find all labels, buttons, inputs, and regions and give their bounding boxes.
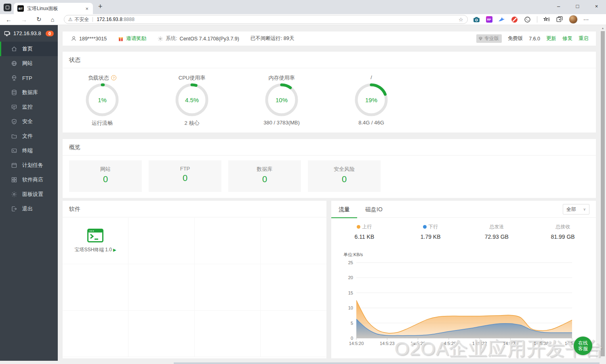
- security-label[interactable]: 不安全: [74, 16, 89, 23]
- browser-toolbar: ← → ↻ ⌂ ⚠ 不安全 172.16.93.8 :8888 ☆ RP ⋯: [0, 14, 606, 25]
- sidebar-item-label: FTP: [22, 75, 32, 81]
- cookie-extension-icon[interactable]: [524, 16, 531, 23]
- status-card: 状态 负载状态? 1% 运行流畅 CPU使用率 4.5% 2 核心 内存使用率 …: [63, 52, 596, 133]
- vertical-scrollbar[interactable]: ▴: [600, 25, 606, 364]
- software-title: 软件: [63, 201, 326, 217]
- forward-icon: →: [21, 16, 27, 23]
- legend-dot-icon: [357, 225, 360, 229]
- panel-version: 7.6.0: [529, 36, 540, 42]
- gauge-ring: 19%: [354, 83, 388, 117]
- overview-box-2[interactable]: 数据库0: [228, 160, 301, 192]
- support-line2: 客服: [578, 346, 588, 351]
- panel-topbar: 189****3015 邀请奖励 系统: CentOS 7.4.1708(Py3…: [63, 32, 596, 46]
- sidebar-server-header[interactable]: 172.16.93.8 0: [0, 25, 58, 42]
- uptime-label: 已不间断运行: 89天: [250, 35, 294, 42]
- sidebar-item-monitor[interactable]: 监控: [0, 100, 58, 114]
- sidebar-item-security[interactable]: 安全: [0, 114, 58, 129]
- gauge-label: CPU使用率: [160, 74, 224, 82]
- gauge-ring: 1%: [85, 83, 119, 117]
- sidebar-item-logout[interactable]: 退出: [0, 202, 58, 216]
- site-icon: [11, 60, 17, 67]
- rp-extension-icon[interactable]: RP: [486, 16, 492, 23]
- sidebar-item-soft[interactable]: 软件商店: [0, 173, 58, 187]
- tab-traffic[interactable]: 流量: [339, 201, 350, 218]
- sidebar-item-files[interactable]: 文件: [0, 129, 58, 143]
- collections-icon[interactable]: [556, 16, 563, 23]
- url-host: 172.16.93.8: [97, 17, 122, 22]
- repair-button[interactable]: 修复: [562, 35, 572, 42]
- overview-card: 概览 网站0FTP0数据库0安全风险0: [63, 139, 596, 198]
- favorites-icon[interactable]: [543, 16, 550, 23]
- sidebar-item-database[interactable]: 数据库: [0, 85, 58, 100]
- account-group[interactable]: 189****3015: [71, 36, 107, 42]
- update-button[interactable]: 更新: [546, 35, 556, 42]
- browser-tab[interactable]: BT 宝塔Linux面板 ×: [14, 3, 93, 14]
- adblock-extension-icon[interactable]: [511, 16, 518, 23]
- sidebar-item-label: 软件商店: [22, 176, 43, 183]
- address-bar[interactable]: ⚠ 不安全 172.16.93.8 :8888 ☆: [64, 15, 468, 24]
- overview-label: 数据库: [228, 166, 301, 173]
- toolbar-divider: [537, 16, 537, 23]
- soft-icon: [11, 177, 17, 183]
- gauge-sub: 380 / 3783(MB): [249, 120, 314, 126]
- profile-avatar[interactable]: [569, 15, 578, 24]
- new-tab-button[interactable]: +: [98, 2, 103, 11]
- overview-box-3[interactable]: 安全风险0: [308, 160, 381, 192]
- pro-version-badge[interactable]: 专业版: [476, 34, 502, 43]
- sidebar-item-terminal[interactable]: 终端: [0, 143, 58, 158]
- gift-icon: [118, 36, 124, 42]
- message-count-badge[interactable]: 0: [46, 31, 54, 36]
- back-icon[interactable]: ←: [6, 16, 12, 23]
- sidebar-item-home[interactable]: 首页: [0, 42, 58, 56]
- refresh-icon[interactable]: ↻: [36, 16, 42, 23]
- sidebar-item-ftp[interactable]: FTP: [0, 71, 58, 85]
- bird-extension-icon[interactable]: [498, 16, 505, 23]
- scrollbar-thumb[interactable]: [601, 31, 605, 356]
- gauge-sub: 2 核心: [160, 120, 224, 127]
- software-grid-cell-empty: [195, 264, 261, 311]
- online-support-button[interactable]: 在线 客服: [574, 337, 592, 355]
- sidebar: 172.16.93.8 0 首页网站FTP数据库监控安全文件终端计划任务软件商店…: [0, 25, 58, 361]
- horizontal-scrollbar-thumb[interactable]: [174, 362, 600, 364]
- browser-menu-icon[interactable]: ⋯: [583, 16, 589, 23]
- tab-search-icon[interactable]: [4, 4, 11, 11]
- bookmark-star-icon[interactable]: ☆: [459, 17, 463, 23]
- gauge-1: CPU使用率 4.5% 2 核心: [160, 74, 224, 127]
- restart-button[interactable]: 重启: [579, 35, 589, 42]
- close-tab-icon[interactable]: ×: [84, 6, 89, 12]
- warning-icon: ⚠: [68, 17, 73, 22]
- screenshot-extension-icon[interactable]: [473, 16, 480, 23]
- status-title: 状态: [63, 52, 596, 68]
- sidebar-item-config[interactable]: 面板设置: [0, 187, 58, 202]
- software-grid-cell-empty: [63, 311, 128, 357]
- overview-value: 0: [308, 174, 381, 185]
- sidebar-item-label: 退出: [22, 205, 33, 213]
- minimize-icon[interactable]: –: [549, 0, 568, 12]
- close-window-icon[interactable]: ×: [587, 0, 606, 12]
- overview-box-1[interactable]: FTP0: [149, 160, 221, 192]
- traffic-filter-select[interactable]: 全部 ∨: [563, 204, 589, 215]
- tab-title: 宝塔Linux面板: [27, 5, 84, 12]
- uptime: 已不间断运行: 89天: [250, 35, 294, 42]
- svg-text:25: 25: [348, 260, 353, 265]
- maximize-icon[interactable]: □: [568, 0, 587, 12]
- software-grid: 宝塔SSH终端1.0▶: [63, 218, 326, 358]
- software-app-ssh-terminal[interactable]: 宝塔SSH终端1.0▶: [63, 218, 128, 264]
- tab-disk-io[interactable]: 磁盘IO: [365, 201, 383, 218]
- play-icon[interactable]: ▶: [113, 248, 116, 252]
- software-grid-cell-empty: [128, 264, 194, 311]
- home-icon[interactable]: ⌂: [51, 16, 55, 23]
- help-icon[interactable]: ?: [111, 75, 116, 80]
- sidebar-item-site[interactable]: 网站: [0, 56, 58, 71]
- overview-box-0[interactable]: 网站0: [69, 160, 142, 192]
- sidebar-item-cron[interactable]: 计划任务: [0, 158, 58, 173]
- gauge-3: / 19% 8.4G / 46G: [339, 74, 404, 126]
- invite-reward[interactable]: 邀请奖励: [118, 35, 146, 42]
- sidebar-server-ip: 172.16.93.8: [13, 30, 41, 36]
- svg-text:14:5:38: 14:5:38: [534, 341, 549, 346]
- scroll-up-icon[interactable]: ▴: [600, 25, 606, 30]
- gauge-label: 负载状态?: [70, 74, 135, 82]
- address-divider: [93, 17, 93, 22]
- gauge-sub: 8.4G / 46G: [339, 120, 404, 126]
- edition-label: 免费版: [508, 35, 523, 42]
